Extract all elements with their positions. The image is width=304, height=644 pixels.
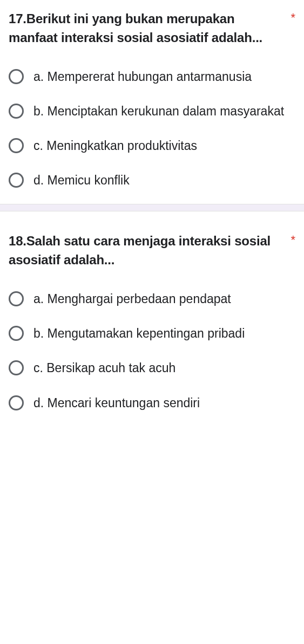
question-header: 17.Berikut ini yang bukan merupakan manf… xyxy=(9,10,295,47)
question-header: 18.Salah satu cara menjaga interaksi sos… xyxy=(9,232,295,270)
question-title: 17.Berikut ini yang bukan merupakan manf… xyxy=(9,10,286,47)
question-card-17: 17.Berikut ini yang bukan merupakan manf… xyxy=(0,0,304,204)
radio-icon[interactable] xyxy=(9,291,24,306)
option-row[interactable]: b. Menciptakan kerukunan dalam masyaraka… xyxy=(9,102,295,120)
option-row[interactable]: a. Mempererat hubungan antarmanusia xyxy=(9,68,295,85)
required-indicator: * xyxy=(291,10,295,24)
option-label: c. Meningkatkan produktivitas xyxy=(33,137,197,154)
radio-icon[interactable] xyxy=(9,360,24,375)
radio-icon[interactable] xyxy=(9,173,24,188)
options-group: a. Menghargai perbedaan pendapat b. Meng… xyxy=(9,290,295,412)
option-label: a. Menghargai perbedaan pendapat xyxy=(33,290,231,307)
option-label: d. Memicu konflik xyxy=(33,172,130,189)
card-divider xyxy=(0,204,304,211)
option-label: d. Mencari keuntungan sendiri xyxy=(33,394,200,412)
radio-icon[interactable] xyxy=(9,69,24,84)
question-title: 18.Salah satu cara menjaga interaksi sos… xyxy=(9,232,286,270)
radio-icon[interactable] xyxy=(9,326,24,341)
option-row[interactable]: d. Memicu konflik xyxy=(9,172,295,189)
option-label: b. Menciptakan kerukunan dalam masyaraka… xyxy=(33,102,284,120)
required-indicator: * xyxy=(291,232,295,246)
options-group: a. Mempererat hubungan antarmanusia b. M… xyxy=(9,68,295,189)
option-label: a. Mempererat hubungan antarmanusia xyxy=(33,68,252,85)
option-row[interactable]: d. Mencari keuntungan sendiri xyxy=(9,394,295,412)
question-card-18: 18.Salah satu cara menjaga interaksi sos… xyxy=(0,211,304,426)
radio-icon[interactable] xyxy=(9,104,24,119)
radio-icon[interactable] xyxy=(9,138,24,153)
radio-icon[interactable] xyxy=(9,395,24,410)
option-label: c. Bersikap acuh tak acuh xyxy=(33,359,175,376)
option-label: b. Mengutamakan kepentingan pribadi xyxy=(33,325,245,342)
option-row[interactable]: c. Bersikap acuh tak acuh xyxy=(9,359,295,376)
option-row[interactable]: c. Meningkatkan produktivitas xyxy=(9,137,295,154)
option-row[interactable]: b. Mengutamakan kepentingan pribadi xyxy=(9,325,295,342)
option-row[interactable]: a. Menghargai perbedaan pendapat xyxy=(9,290,295,307)
